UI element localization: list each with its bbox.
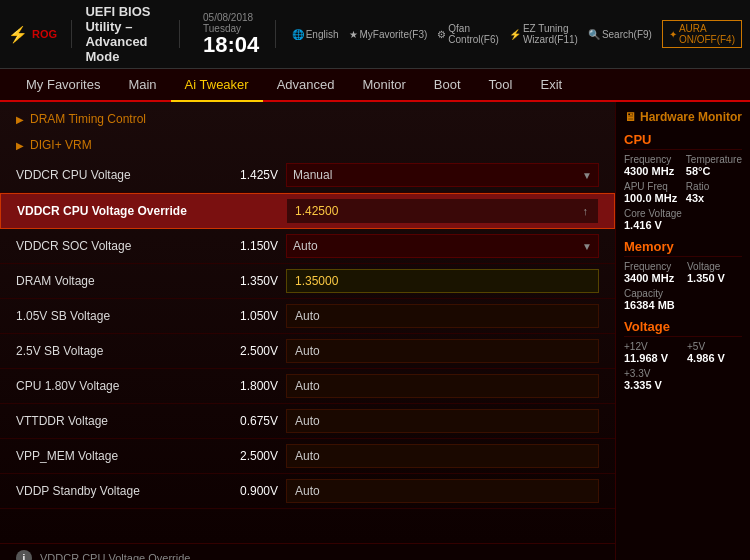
info-icon: i [16, 550, 32, 560]
rog-logo-icon: ⚡ [8, 25, 28, 44]
value-vddp-standby-voltage: 0.900V [216, 484, 286, 498]
hw-cpu-freq-label: Frequency 4300 MHz [624, 154, 678, 177]
hw-cpu-temp-label: Temperature 58°C [686, 154, 742, 177]
chevron-down-icon: ▼ [582, 241, 592, 252]
nav-tool[interactable]: Tool [475, 69, 527, 100]
hw-memory-grid: Frequency 3400 MHz Voltage 1.350 V [624, 261, 742, 284]
row-25v-sb-voltage: 2.5V SB Voltage 2.500V [0, 334, 615, 369]
row-vddcr-cpu-voltage: VDDCR CPU Voltage 1.425V Manual ▼ [0, 158, 615, 193]
info-bar: i VDDCR CPU Voltage Override [0, 543, 615, 560]
arrow-icon: ▶ [16, 114, 24, 125]
clock-section: 05/08/2018 Tuesday 18:04 [203, 12, 259, 56]
shortcut-bar: 🌐 English ★ MyFavorite(F3) ⚙ Qfan Contro… [292, 20, 742, 48]
rog-logo: ⚡ ROG [8, 25, 57, 44]
hw-12v-label: +12V 11.968 V [624, 341, 679, 364]
nav-monitor[interactable]: Monitor [349, 69, 420, 100]
settings-panel: ▶ DRAM Timing Control ▶ DIGI+ VRM VDDCR … [0, 102, 615, 543]
value-vddcr-soc-voltage: 1.150V [216, 239, 286, 253]
hw-cpu-corevoltage: Core Voltage 1.416 V [624, 208, 742, 231]
row-cpu-180v-voltage: CPU 1.80V Voltage 1.800V [0, 369, 615, 404]
input-vddp-standby-voltage[interactable] [286, 479, 599, 503]
row-vddcr-soc-voltage: VDDCR SOC Voltage 1.150V Auto ▼ [0, 229, 615, 264]
row-vttddr-voltage: VTTDDR Voltage 0.675V [0, 404, 615, 439]
row-vppmem-voltage: VPP_MEM Voltage 2.500V [0, 439, 615, 474]
time-display: 18:04 [203, 34, 259, 56]
row-vddcr-cpu-override: VDDCR CPU Voltage Override ↑ [0, 193, 615, 229]
select-vddcr-soc-voltage[interactable]: Auto ▼ [286, 234, 599, 258]
date-display: 05/08/2018 Tuesday [203, 12, 259, 34]
value-vddcr-cpu-voltage: 1.425V [216, 168, 286, 182]
hw-voltage-grid: +12V 11.968 V +5V 4.986 V [624, 341, 742, 364]
header-bar: ⚡ ROG UEFI BIOS Utility – Advanced Mode … [0, 0, 750, 69]
nav-myfavorites[interactable]: My Favorites [12, 69, 114, 100]
input-vddcr-cpu-override[interactable] [287, 199, 598, 223]
value-cpu-180v-voltage: 1.800V [216, 379, 286, 393]
input-dram-voltage[interactable] [286, 269, 599, 293]
nav-exit[interactable]: Exit [526, 69, 576, 100]
section-label: DRAM Timing Control [30, 112, 146, 126]
input-cpu-180v-voltage[interactable] [286, 374, 599, 398]
section-label: DIGI+ VRM [30, 138, 92, 152]
shortcut-aura[interactable]: ✦ AURA ON/OFF(F4) [662, 20, 742, 48]
value-dram-voltage: 1.350V [216, 274, 286, 288]
left-panel: ▶ DRAM Timing Control ▶ DIGI+ VRM VDDCR … [0, 102, 615, 560]
row-vddp-standby-voltage: VDDP Standby Voltage 0.900V [0, 474, 615, 509]
label-vddp-standby-voltage: VDDP Standby Voltage [16, 484, 216, 498]
hw-panel-title: 🖥 Hardware Monitor [624, 110, 742, 124]
nav-boot[interactable]: Boot [420, 69, 475, 100]
row-dram-voltage: DRAM Voltage 1.350V [0, 264, 615, 299]
select-vddcr-cpu-voltage[interactable]: Manual ▼ [286, 163, 599, 187]
row-105v-sb-voltage: 1.05V SB Voltage 1.050V [0, 299, 615, 334]
label-cpu-180v-voltage: CPU 1.80V Voltage [16, 379, 216, 393]
nav-advanced[interactable]: Advanced [263, 69, 349, 100]
select-value: Manual [293, 168, 332, 182]
input-105v-sb-voltage[interactable] [286, 304, 599, 328]
input-25v-sb-voltage[interactable] [286, 339, 599, 363]
main-content: ▶ DRAM Timing Control ▶ DIGI+ VRM VDDCR … [0, 102, 750, 560]
logo-text: ROG [32, 28, 57, 40]
shortcut-eztuning[interactable]: ⚡ EZ Tuning Wizard(F11) [509, 20, 578, 48]
nav-aitweaker[interactable]: Ai Tweaker [171, 69, 263, 102]
hw-mem-freq-label: Frequency 3400 MHz [624, 261, 679, 284]
shortcut-qfan[interactable]: ⚙ Qfan Control(F6) [437, 20, 499, 48]
hw-5v-label: +5V 4.986 V [687, 341, 742, 364]
nav-main[interactable]: Main [114, 69, 170, 100]
hw-cpu-apufreq-label: APU Freq 100.0 MHz [624, 181, 678, 204]
monitor-icon: 🖥 [624, 110, 636, 124]
label-vddcr-soc-voltage: VDDCR SOC Voltage [16, 239, 216, 253]
hw-cpu-ratio-label: Ratio 43x [686, 181, 742, 204]
hw-mem-capacity: Capacity 16384 MB [624, 288, 742, 311]
label-105v-sb-voltage: 1.05V SB Voltage [16, 309, 216, 323]
input-vppmem-voltage[interactable] [286, 444, 599, 468]
value-25v-sb-voltage: 2.500V [216, 344, 286, 358]
nav-bar: My Favorites Main Ai Tweaker Advanced Mo… [0, 69, 750, 102]
value-vppmem-voltage: 2.500V [216, 449, 286, 463]
input-wrapper-override: ↑ [287, 199, 598, 223]
label-vddcr-cpu-override: VDDCR CPU Voltage Override [17, 204, 217, 218]
label-dram-voltage: DRAM Voltage [16, 274, 216, 288]
hw-33v-label: +3.3V 3.335 V [624, 368, 742, 391]
chevron-down-icon: ▼ [582, 170, 592, 181]
shortcut-myfavorite[interactable]: ★ MyFavorite(F3) [349, 20, 428, 48]
label-25v-sb-voltage: 2.5V SB Voltage [16, 344, 216, 358]
value-vttddr-voltage: 0.675V [216, 414, 286, 428]
select-value: Auto [293, 239, 318, 253]
hw-mem-voltage-label: Voltage 1.350 V [687, 261, 742, 284]
value-105v-sb-voltage: 1.050V [216, 309, 286, 323]
section-digi-vrm[interactable]: ▶ DIGI+ VRM [0, 132, 615, 158]
section-dram-timing[interactable]: ▶ DRAM Timing Control [0, 106, 615, 132]
hw-voltage-title: Voltage [624, 319, 742, 337]
hw-cpu-title: CPU [624, 132, 742, 150]
hw-title-text: Hardware Monitor [640, 110, 742, 124]
label-vttddr-voltage: VTTDDR Voltage [16, 414, 216, 428]
hw-monitor-panel: 🖥 Hardware Monitor CPU Frequency 4300 MH… [615, 102, 750, 560]
info-text: VDDCR CPU Voltage Override [40, 552, 190, 560]
bios-title: UEFI BIOS Utility – Advanced Mode [85, 4, 162, 64]
label-vddcr-cpu-voltage: VDDCR CPU Voltage [16, 168, 216, 182]
input-vttddr-voltage[interactable] [286, 409, 599, 433]
label-vppmem-voltage: VPP_MEM Voltage [16, 449, 216, 463]
shortcut-english[interactable]: 🌐 English [292, 20, 339, 48]
hw-memory-title: Memory [624, 239, 742, 257]
arrow-icon: ▶ [16, 140, 24, 151]
shortcut-search[interactable]: 🔍 Search(F9) [588, 20, 652, 48]
